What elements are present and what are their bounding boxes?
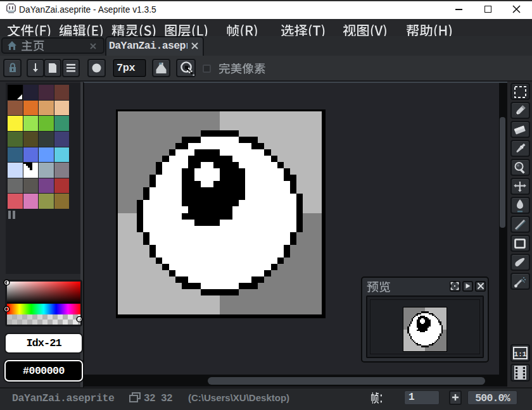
svg-text:1:1: 1:1 bbox=[514, 351, 527, 358]
